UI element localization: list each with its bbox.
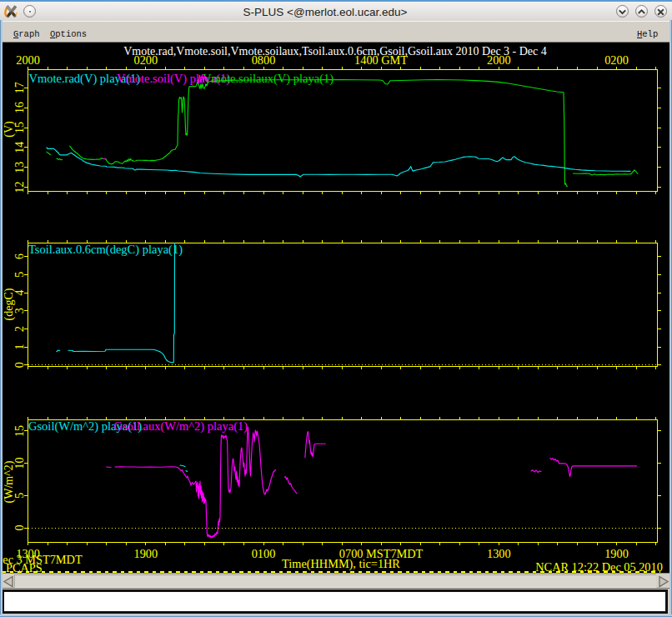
- svg-text:(degC): (degC): [3, 288, 16, 320]
- svg-text:16: 16: [13, 102, 26, 113]
- svg-text:PCAPS: PCAPS: [6, 561, 43, 573]
- svg-text:0: 0: [13, 362, 26, 368]
- svg-text:1900: 1900: [604, 547, 629, 560]
- svg-text:Time(HHMM), tic=1HR: Time(HHMM), tic=1HR: [282, 557, 400, 571]
- svg-text:1900: 1900: [134, 547, 158, 560]
- svg-text:0100: 0100: [252, 547, 276, 560]
- svg-text:NCAR 12:22 Dec 05 2010: NCAR 12:22 Dec 05 2010: [535, 560, 663, 574]
- svg-text:0: 0: [13, 525, 26, 531]
- svg-text:2000: 2000: [16, 53, 40, 67]
- svg-text:14: 14: [13, 142, 26, 153]
- svg-text:13: 13: [13, 162, 26, 173]
- svg-text:Tsoil.aux.0.6cm(degC) playa(1): Tsoil.aux.0.6cm(degC) playa(1): [28, 243, 183, 257]
- svg-text:17: 17: [13, 82, 26, 93]
- svg-text:2: 2: [13, 326, 26, 332]
- svg-text:0200: 0200: [604, 53, 629, 67]
- svg-text:6: 6: [13, 253, 26, 259]
- svg-text:1300: 1300: [487, 547, 511, 560]
- svg-text:(V): (V): [3, 121, 16, 138]
- svg-text:(W/m^2): (W/m^2): [3, 460, 16, 503]
- svg-text:15: 15: [13, 425, 26, 437]
- svg-text:12: 12: [13, 182, 26, 193]
- svg-text:Gsoil.aux(W/m^2) playa(1): Gsoil.aux(W/m^2) playa(1): [114, 419, 248, 434]
- svg-text:5: 5: [13, 272, 26, 278]
- svg-text:1: 1: [13, 344, 26, 350]
- svg-text:Vmote.rad,Vmote.soil,Vmote.soi: Vmote.rad,Vmote.soil,Vmote.soilaux,Tsoil…: [123, 45, 547, 58]
- svg-text:Vmote.soilaux(V) playa(1): Vmote.soilaux(V) playa(1): [203, 72, 333, 86]
